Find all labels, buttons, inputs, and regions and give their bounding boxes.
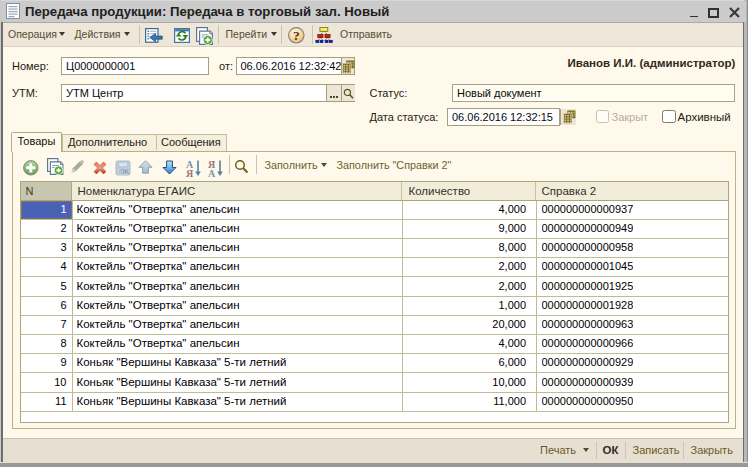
svg-text:Я: Я xyxy=(186,167,194,177)
svg-text:А: А xyxy=(208,167,216,177)
svg-text:?: ? xyxy=(292,28,299,43)
